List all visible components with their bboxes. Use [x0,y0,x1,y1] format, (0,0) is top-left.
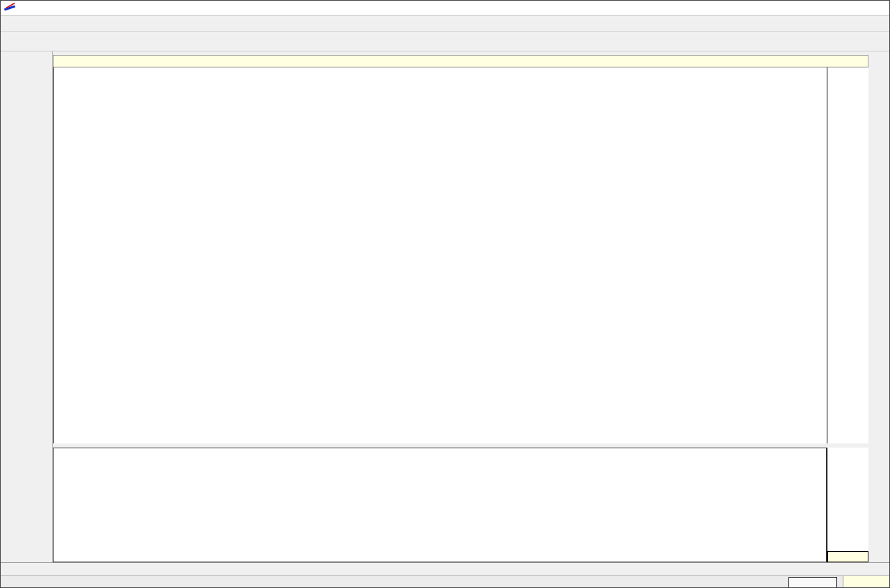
oscillator-current-value [827,551,868,562]
price-axis [827,67,868,443]
open-label [334,56,337,66]
app-logo-icon [4,3,17,13]
price-chart-canvas[interactable] [53,67,827,443]
projection-date-box[interactable] [788,577,837,588]
chart-number-badge [843,576,890,588]
drawing-tool-column [868,55,890,446]
time-axis [1,575,890,588]
oscillator-panel[interactable] [53,448,827,562]
left-tool-sidebar [1,51,53,588]
low-label [500,56,502,66]
high-label [417,56,419,66]
toolbar [1,32,890,51]
advanced-get-window [0,0,890,588]
close-label [556,56,558,66]
oscillator-axis [827,448,868,562]
study-tabs-bar [1,562,890,575]
title-bar [1,1,890,16]
quote-info-bar [53,55,868,67]
menu-bar [1,16,890,32]
